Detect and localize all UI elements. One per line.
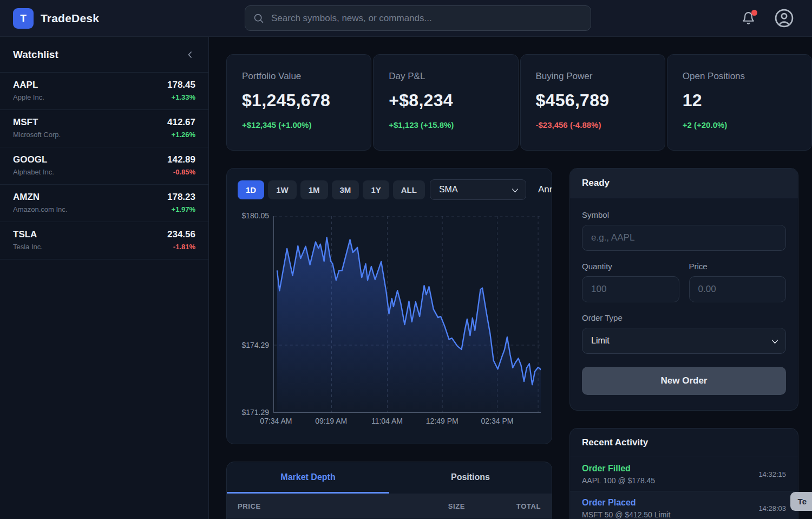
top-nav: T TradeDesk (0, 0, 812, 37)
range-button-1w[interactable]: 1W (268, 180, 297, 199)
company-name: Tesla Inc. (13, 243, 43, 251)
watchlist-row-tsla[interactable]: TSLA Tesla Inc. 234.56 -1.81% (0, 222, 208, 260)
price-chart-panel: 1D 1W 1M 3M 1Y ALL SMA Anno (226, 168, 552, 444)
app-title: TradeDesk (41, 12, 99, 25)
stat-label: Open Positions (683, 71, 796, 82)
watchlist-title: Watchlist (13, 49, 58, 61)
stat-card-buying-power: Buying Power $456,789 -$23,456 (-4.88%) (520, 54, 665, 151)
watchlist-header: Watchlist (0, 37, 208, 73)
watchlist-row-right: 142.89 -0.85% (167, 154, 195, 177)
watchlist-row-left: AMZN Amazon.com Inc. (13, 192, 67, 215)
x-axis-tick-label: 02:34 PM (481, 417, 514, 425)
price-label: Price (689, 262, 787, 271)
header-actions (742, 8, 794, 28)
activity-row-order-filled[interactable]: Order Filled AAPL 100 @ $178.45 14:32:15 (570, 457, 798, 491)
x-axis-tick-label: 12:49 PM (426, 417, 459, 425)
watchlist-row-left: GOOGL Alphabet Inc. (13, 154, 54, 177)
quantity-label: Quantity (582, 262, 679, 271)
stat-label: Day P&L (389, 71, 502, 82)
symbol: TSLA (13, 229, 43, 240)
watchlist-row-left: MSFT Microsoft Corp. (13, 117, 61, 140)
stat-change: +$12,345 (+1.00%) (242, 120, 356, 129)
range-button-1d[interactable]: 1D (238, 180, 264, 199)
watchlist-row-aapl[interactable]: AAPL Apple Inc. 178.45 +1.33% (0, 73, 208, 110)
order-type-select[interactable]: Limit (582, 328, 786, 354)
indicator-select[interactable]: SMA (430, 179, 526, 200)
order-form: Symbol Quantity Price (570, 198, 798, 407)
tab-bar: Market Depth Positions (227, 462, 552, 494)
symbol-field[interactable] (582, 225, 786, 251)
tab-positions[interactable]: Positions (389, 462, 552, 494)
x-axis-labels: 07:34 AM09:19 AM11:04 AM12:49 PM02:34 PM (273, 413, 541, 428)
range-button-3m[interactable]: 3M (332, 180, 359, 199)
activity-time: 14:32:15 (758, 470, 786, 478)
activity-detail: MSFT 50 @ $412.50 Limit (582, 510, 670, 519)
recent-activity-title: Recent Activity (570, 429, 798, 457)
price-field[interactable] (689, 276, 787, 302)
order-status: Ready (570, 168, 798, 198)
recent-activity-panel: Recent Activity Order Filled AAPL 100 @ … (569, 428, 798, 519)
change-percent: -0.85% (173, 168, 195, 176)
price: 142.89 (167, 154, 195, 165)
x-axis-tick-label: 09:19 AM (315, 417, 347, 425)
price: 412.67 (167, 117, 195, 128)
watchlist-row-right: 412.67 +1.26% (167, 117, 195, 140)
quantity-field[interactable] (582, 276, 679, 302)
watchlist-row-right: 234.56 -1.81% (167, 229, 195, 252)
range-button-1y[interactable]: 1Y (363, 180, 389, 199)
stat-card-portfolio-value: Portfolio Value $1,245,678 +$12,345 (+1.… (226, 54, 371, 151)
watchlist-row-googl[interactable]: GOOGL Alphabet Inc. 142.89 -0.85% (0, 147, 208, 185)
company-name: Apple Inc. (13, 93, 44, 101)
company-name: Microsoft Corp. (13, 131, 61, 139)
column-price: PRICE (238, 502, 365, 510)
depth-positions-panel: Market Depth Positions PRICE SIZE TOTAL (226, 462, 552, 519)
activity-event: Order Filled (582, 464, 655, 473)
activity-row-order-placed[interactable]: Order Placed MSFT 50 @ $412.50 Limit 14:… (570, 491, 798, 519)
new-order-button[interactable]: New Order (582, 367, 786, 395)
symbol-label: Symbol (582, 210, 786, 219)
company-name: Alphabet Inc. (13, 168, 54, 176)
watchlist-row-amzn[interactable]: AMZN Amazon.com Inc. 178.23 +1.97% (0, 185, 208, 222)
stat-label: Buying Power (536, 71, 650, 82)
price: 178.23 (167, 192, 195, 203)
column-size: SIZE (365, 502, 465, 510)
change-percent: +1.26% (172, 131, 195, 139)
chart-area: $180.05$174.29$171.29 (238, 216, 541, 428)
symbol: MSFT (13, 117, 61, 128)
range-button-all[interactable]: ALL (393, 180, 425, 199)
y-axis-tick-label: $174.29 (241, 341, 269, 349)
search-input[interactable] (245, 5, 591, 31)
symbol: AMZN (13, 192, 67, 203)
order-ticket-panel: Ready Symbol Quantity Price (569, 168, 798, 411)
watchlist-row-msft[interactable]: MSFT Microsoft Corp. 412.67 +1.26% (0, 110, 208, 147)
chevron-down-icon (771, 339, 779, 345)
user-avatar-button[interactable] (774, 8, 794, 28)
toast-notification[interactable]: Te (790, 492, 812, 511)
watchlist-row-left: TSLA Tesla Inc. (13, 229, 43, 252)
user-avatar-icon (774, 8, 794, 28)
annotations-button[interactable]: Anno (538, 184, 552, 195)
activity-detail: AAPL 100 @ $178.45 (582, 476, 655, 485)
collapse-sidebar-button[interactable] (185, 49, 195, 60)
stats-row: Portfolio Value $1,245,678 +$12,345 (+1.… (226, 54, 812, 151)
activity-time: 14:28:03 (758, 504, 786, 512)
chevron-left-icon (185, 49, 195, 60)
chart-plot[interactable] (273, 216, 541, 413)
area-fill (277, 237, 541, 412)
watchlist-row-right: 178.23 +1.97% (167, 192, 195, 215)
stat-label: Portfolio Value (242, 71, 356, 82)
notifications-button[interactable] (742, 11, 756, 26)
main-content: Portfolio Value $1,245,678 +$12,345 (+1.… (209, 37, 812, 519)
price: 178.45 (167, 80, 195, 90)
depth-table-header: PRICE SIZE TOTAL (227, 494, 552, 518)
stat-value: $456,789 (536, 90, 650, 111)
tab-market-depth[interactable]: Market Depth (227, 462, 389, 494)
stat-value: 12 (683, 90, 796, 111)
watchlist-sidebar: Watchlist AAPL Apple Inc. 178.45 +1.33% … (0, 37, 209, 519)
change-percent: -1.81% (173, 243, 195, 251)
watchlist-row-right: 178.45 +1.33% (167, 80, 195, 102)
logo-letter: T (20, 12, 27, 24)
range-button-1m[interactable]: 1M (300, 180, 328, 199)
stat-change: +$1,123 (+15.8%) (389, 120, 502, 129)
search-bar (245, 5, 591, 31)
